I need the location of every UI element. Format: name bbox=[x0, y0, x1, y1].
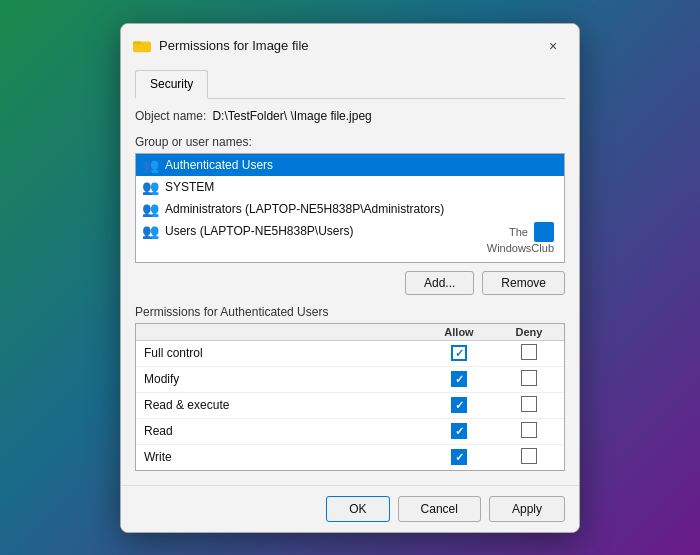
permissions-dialog: Permissions for Image file × Security Ob… bbox=[120, 23, 580, 533]
dialog-title: Permissions for Image file bbox=[159, 38, 533, 53]
perm-row-write: Write bbox=[136, 445, 564, 470]
perm-deny-4[interactable] bbox=[494, 448, 564, 467]
perm-row-modify: Modify bbox=[136, 367, 564, 393]
user-name-3: Users (LAPTOP-NE5H838P\Users) bbox=[165, 224, 354, 238]
col-allow: Allow bbox=[424, 326, 494, 338]
perm-deny-1[interactable] bbox=[494, 370, 564, 389]
perm-row-read: Read bbox=[136, 419, 564, 445]
perm-name-4: Write bbox=[136, 450, 424, 464]
watermark-line2: WindowsClub bbox=[487, 242, 554, 254]
perm-row-readexec: Read & execute bbox=[136, 393, 564, 419]
user-item-administrators[interactable]: 👥 Administrators (LAPTOP-NE5H838P\Admini… bbox=[136, 198, 564, 220]
windows-icon bbox=[534, 222, 554, 242]
user-icon-1: 👥 bbox=[142, 179, 159, 195]
user-item-system[interactable]: 👥 SYSTEM bbox=[136, 176, 564, 198]
dialog-footer: OK Cancel Apply bbox=[121, 485, 579, 532]
remove-button[interactable]: Remove bbox=[482, 271, 565, 295]
add-button[interactable]: Add... bbox=[405, 271, 474, 295]
user-name-0: Authenticated Users bbox=[165, 158, 273, 172]
permissions-table: Allow Deny Full control Modify bbox=[135, 323, 565, 471]
watermark-line1: The bbox=[509, 226, 528, 238]
col-deny: Deny bbox=[494, 326, 564, 338]
col-permission bbox=[136, 326, 424, 338]
user-icon-3: 👥 bbox=[142, 223, 159, 239]
checkbox-allow-0[interactable] bbox=[451, 345, 467, 361]
user-icon-2: 👥 bbox=[142, 201, 159, 217]
checkbox-allow-1[interactable] bbox=[451, 371, 467, 387]
user-name-2: Administrators (LAPTOP-NE5H838P\Administ… bbox=[165, 202, 444, 216]
add-remove-row: Add... Remove bbox=[135, 271, 565, 295]
checkbox-allow-3[interactable] bbox=[451, 423, 467, 439]
perm-name-1: Modify bbox=[136, 372, 424, 386]
ok-button[interactable]: OK bbox=[326, 496, 389, 522]
checkbox-deny-2[interactable] bbox=[521, 396, 537, 412]
object-path: D:\TestFolder\ \Image file.jpeg bbox=[212, 109, 371, 123]
perm-allow-4[interactable] bbox=[424, 449, 494, 465]
tab-security[interactable]: Security bbox=[135, 70, 208, 99]
user-list[interactable]: 👥 Authenticated Users 👥 SYSTEM 👥 Adminis… bbox=[135, 153, 565, 263]
object-name-row: Object name: D:\TestFolder\ \Image file.… bbox=[135, 109, 565, 123]
perm-deny-2[interactable] bbox=[494, 396, 564, 415]
object-label: Object name: bbox=[135, 109, 206, 123]
cancel-button[interactable]: Cancel bbox=[398, 496, 481, 522]
perm-name-0: Full control bbox=[136, 346, 424, 360]
checkbox-allow-4[interactable] bbox=[451, 449, 467, 465]
perm-allow-1[interactable] bbox=[424, 371, 494, 387]
group-label: Group or user names: bbox=[135, 135, 565, 149]
perm-name-2: Read & execute bbox=[136, 398, 424, 412]
checkbox-deny-3[interactable] bbox=[521, 422, 537, 438]
perm-allow-3[interactable] bbox=[424, 423, 494, 439]
dialog-body: Security Object name: D:\TestFolder\ \Im… bbox=[121, 64, 579, 485]
perm-allow-2[interactable] bbox=[424, 397, 494, 413]
title-bar: Permissions for Image file × bbox=[121, 24, 579, 64]
checkbox-allow-2[interactable] bbox=[451, 397, 467, 413]
close-button[interactable]: × bbox=[541, 34, 565, 58]
apply-button[interactable]: Apply bbox=[489, 496, 565, 522]
tab-bar: Security bbox=[135, 70, 565, 99]
perm-name-3: Read bbox=[136, 424, 424, 438]
user-item-authenticated[interactable]: 👥 Authenticated Users bbox=[136, 154, 564, 176]
perm-deny-0[interactable] bbox=[494, 344, 564, 363]
folder-icon bbox=[133, 37, 151, 55]
perm-deny-3[interactable] bbox=[494, 422, 564, 441]
user-icon-0: 👥 bbox=[142, 157, 159, 173]
perm-allow-0[interactable] bbox=[424, 345, 494, 361]
svg-rect-2 bbox=[133, 41, 141, 44]
perm-row-fullcontrol: Full control bbox=[136, 341, 564, 367]
checkbox-deny-1[interactable] bbox=[521, 370, 537, 386]
user-name-1: SYSTEM bbox=[165, 180, 214, 194]
perms-header: Allow Deny bbox=[136, 324, 564, 341]
perms-section-label: Permissions for Authenticated Users bbox=[135, 305, 565, 319]
checkbox-deny-0[interactable] bbox=[521, 344, 537, 360]
checkbox-deny-4[interactable] bbox=[521, 448, 537, 464]
watermark: The WindowsClub bbox=[487, 222, 554, 254]
